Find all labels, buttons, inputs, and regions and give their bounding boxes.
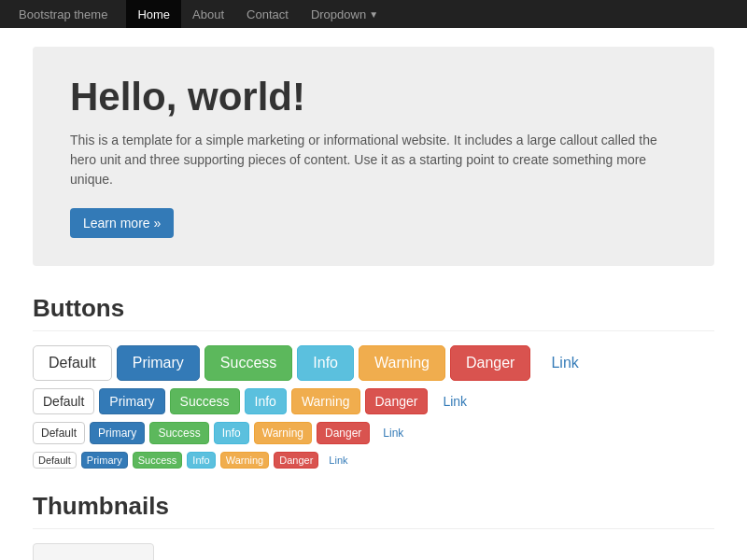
btn-row-md: Default Primary Success Info Warning Dan… xyxy=(33,388,714,414)
btn-success-xs[interactable]: Success xyxy=(133,452,183,469)
btn-info-sm[interactable]: Info xyxy=(214,422,249,444)
btn-warning-xs[interactable]: Warning xyxy=(220,452,270,469)
btn-default-md[interactable]: Default xyxy=(33,388,94,414)
btn-info-xs[interactable]: Info xyxy=(187,452,215,469)
thumbnails-section-title: Thumbnails xyxy=(33,492,714,529)
btn-warning-md[interactable]: Warning xyxy=(291,388,360,414)
btn-default-xs[interactable]: Default xyxy=(33,452,77,469)
btn-success-lg[interactable]: Success xyxy=(204,345,292,381)
btn-primary-lg[interactable]: Primary xyxy=(117,345,200,381)
navbar-brand[interactable]: Bootstrap theme xyxy=(19,7,107,21)
btn-warning-lg[interactable]: Warning xyxy=(359,345,445,381)
btn-link-lg[interactable]: Link xyxy=(535,345,594,381)
btn-link-xs[interactable]: Link xyxy=(323,452,353,469)
nav-link-dropdown[interactable]: Dropdown ▼ xyxy=(300,0,389,28)
btn-link-md[interactable]: Link xyxy=(432,388,477,414)
nav-links: Home About Contact Dropdown ▼ xyxy=(126,0,389,28)
dropdown-arrow-icon: ▼ xyxy=(369,9,378,20)
btn-danger-sm[interactable]: Danger xyxy=(317,422,370,444)
btn-danger-lg[interactable]: Danger xyxy=(450,345,530,381)
btn-success-md[interactable]: Success xyxy=(170,388,240,414)
learn-more-button[interactable]: Learn more » xyxy=(70,208,174,238)
thumbnail-item[interactable]: 200x200 xyxy=(33,543,154,560)
btn-row-sm: Default Primary Success Info Warning Dan… xyxy=(33,422,714,444)
navbar: Bootstrap theme Home About Contact Dropd… xyxy=(0,0,747,28)
nav-link-contact[interactable]: Contact xyxy=(235,0,300,28)
btn-primary-xs[interactable]: Primary xyxy=(81,452,128,469)
btn-danger-xs[interactable]: Danger xyxy=(274,452,318,469)
buttons-section-title: Buttons xyxy=(33,294,714,331)
nav-link-about[interactable]: About xyxy=(181,0,235,28)
btn-info-md[interactable]: Info xyxy=(245,388,287,414)
nav-link-home[interactable]: Home xyxy=(126,0,181,28)
btn-default-lg[interactable]: Default xyxy=(33,345,112,381)
btn-link-sm[interactable]: Link xyxy=(374,422,412,444)
thumbnails-section: Thumbnails 200x200 xyxy=(33,492,714,560)
btn-row-xs: Default Primary Success Info Warning Dan… xyxy=(33,452,714,469)
btn-warning-sm[interactable]: Warning xyxy=(254,422,312,444)
btn-danger-md[interactable]: Danger xyxy=(365,388,429,414)
hero-title: Hello, world! xyxy=(70,75,677,119)
main-container: Hello, world! This is a template for a s… xyxy=(19,28,728,560)
btn-info-lg[interactable]: Info xyxy=(297,345,354,381)
hero-description: This is a template for a simple marketin… xyxy=(70,131,677,189)
jumbotron: Hello, world! This is a template for a s… xyxy=(33,47,714,266)
btn-row-lg: Default Primary Success Info Warning Dan… xyxy=(33,345,714,381)
buttons-section: Buttons Default Primary Success Info War… xyxy=(33,294,714,469)
btn-primary-sm[interactable]: Primary xyxy=(90,422,145,444)
btn-primary-md[interactable]: Primary xyxy=(99,388,164,414)
btn-default-sm[interactable]: Default xyxy=(33,422,85,444)
btn-success-sm[interactable]: Success xyxy=(149,422,208,444)
